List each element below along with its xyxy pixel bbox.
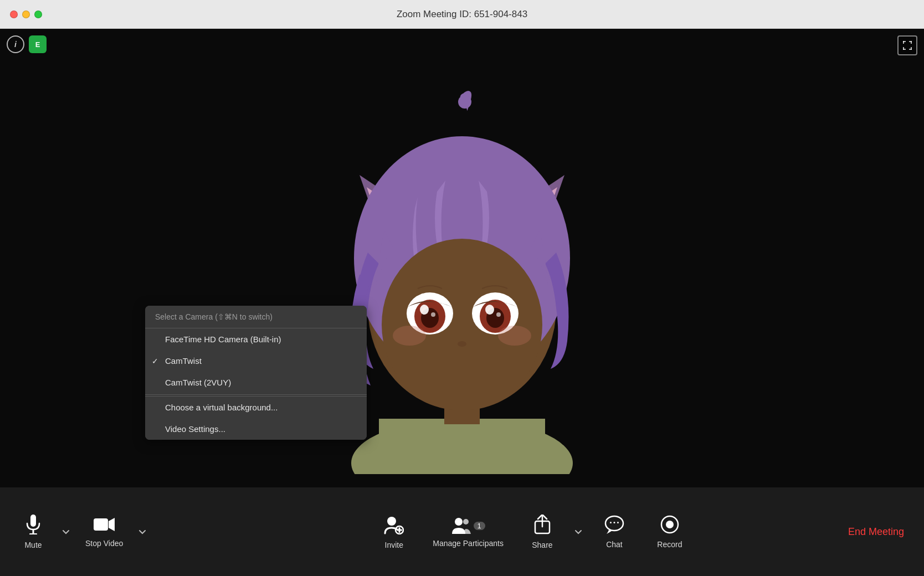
- svg-point-42: [387, 517, 396, 526]
- svg-rect-51: [613, 522, 615, 523]
- center-controls: Invite 1 Manage Participants: [366, 507, 697, 557]
- invite-button[interactable]: Invite: [366, 507, 422, 557]
- svg-point-46: [455, 518, 463, 526]
- svg-point-18: [458, 95, 471, 109]
- svg-rect-45: [397, 529, 402, 531]
- share-button[interactable]: Share: [515, 507, 570, 557]
- svg-point-33: [496, 312, 501, 317]
- camera-icon: [94, 516, 115, 536]
- svg-point-54: [666, 521, 674, 528]
- stop-video-button[interactable]: Stop Video: [74, 508, 134, 556]
- mic-icon: [24, 515, 42, 537]
- svg-rect-38: [33, 529, 34, 533]
- record-button[interactable]: Record: [642, 507, 697, 557]
- svg-rect-10: [379, 419, 545, 474]
- toolbar: Mute Stop Video: [0, 487, 924, 576]
- end-meeting-button[interactable]: End Meeting: [828, 487, 924, 576]
- window-title: Zoom Meeting ID: 651-904-843: [397, 9, 527, 20]
- video-feed: [0, 29, 924, 487]
- svg-rect-40: [94, 518, 108, 531]
- mute-button[interactable]: Mute: [11, 507, 55, 557]
- stop-video-label: Stop Video: [85, 539, 123, 548]
- mute-chevron[interactable]: [58, 521, 74, 542]
- stop-video-group: Stop Video: [74, 508, 151, 556]
- video-chevron[interactable]: [134, 521, 151, 542]
- camera-camtwist-2vuy[interactable]: CamTwist (2VUY): [145, 372, 367, 393]
- svg-marker-41: [109, 518, 115, 531]
- mute-label: Mute: [24, 541, 42, 549]
- invite-icon: [384, 515, 404, 537]
- svg-point-25: [420, 305, 429, 315]
- record-icon: [660, 515, 679, 537]
- video-settings[interactable]: Video Settings...: [145, 418, 367, 440]
- participants-label: Manage Participants: [433, 539, 504, 548]
- virtual-background[interactable]: Choose a virtual background...: [145, 396, 367, 418]
- svg-point-34: [458, 341, 466, 347]
- traffic-lights: [10, 11, 42, 18]
- svg-rect-50: [610, 522, 612, 523]
- svg-rect-52: [617, 522, 619, 523]
- chat-icon: [604, 515, 624, 537]
- menu-header: Select a Camera (⇧⌘N to switch): [145, 306, 367, 328]
- share-label: Share: [532, 541, 552, 549]
- minimize-button[interactable]: [22, 11, 30, 18]
- svg-point-32: [485, 305, 494, 315]
- maximize-button[interactable]: [34, 11, 42, 18]
- svg-point-35: [393, 326, 426, 346]
- video-area: i E: [0, 29, 924, 487]
- svg-point-19: [382, 239, 542, 410]
- svg-rect-37: [30, 515, 36, 527]
- chat-label: Chat: [606, 540, 623, 549]
- invite-label: Invite: [385, 541, 403, 549]
- camera-camtwist[interactable]: CamTwist: [145, 350, 367, 372]
- manage-participants-button[interactable]: 1 Manage Participants: [422, 508, 515, 556]
- svg-point-36: [498, 326, 531, 346]
- share-chevron[interactable]: [570, 521, 587, 542]
- share-group: Share: [515, 507, 587, 557]
- mute-group: Mute: [11, 507, 74, 557]
- close-button[interactable]: [10, 11, 18, 18]
- camera-select-menu: Select a Camera (⇧⌘N to switch) FaceTime…: [145, 306, 367, 440]
- camera-facetime[interactable]: FaceTime HD Camera (Built-in): [145, 328, 367, 350]
- end-meeting-group: End Meeting: [828, 487, 924, 576]
- menu-divider: [145, 394, 367, 395]
- chat-button[interactable]: Chat: [587, 507, 642, 557]
- participants-icon: 1: [451, 516, 485, 536]
- svg-point-47: [463, 519, 469, 524]
- share-icon: [533, 515, 551, 537]
- record-label: Record: [657, 540, 682, 549]
- svg-rect-39: [29, 533, 37, 534]
- svg-point-26: [431, 312, 435, 317]
- title-bar: Zoom Meeting ID: 651-904-843: [0, 0, 924, 29]
